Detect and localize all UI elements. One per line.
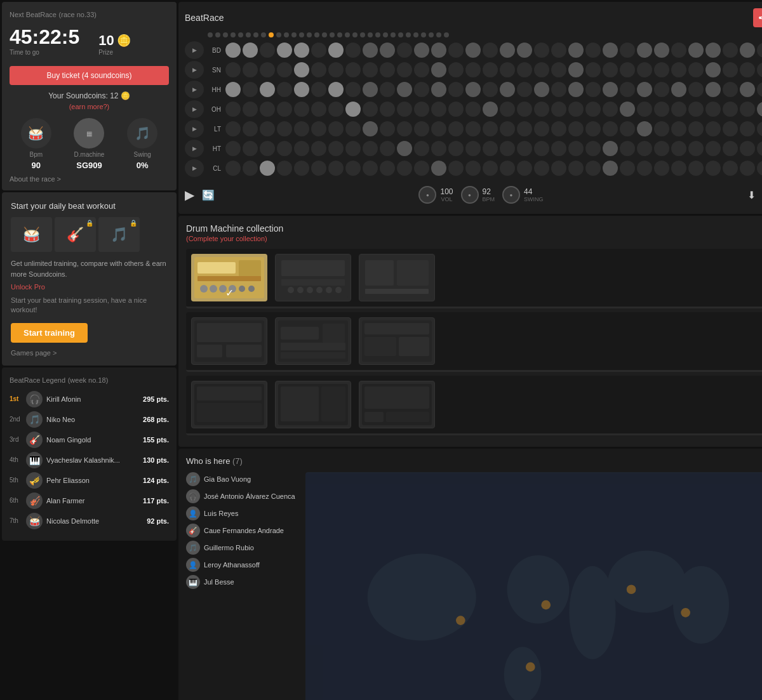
beat-step-button[interactable] bbox=[585, 62, 601, 77]
drum-machine-locked-3[interactable] bbox=[191, 317, 267, 365]
beat-step-button[interactable] bbox=[688, 102, 704, 117]
beat-step-button[interactable] bbox=[705, 82, 721, 97]
beat-step-button[interactable] bbox=[380, 82, 395, 97]
beat-step-button[interactable] bbox=[757, 43, 762, 58]
drum-machine-locked-1[interactable] bbox=[275, 254, 351, 301]
beat-step-button[interactable] bbox=[294, 121, 309, 136]
beat-step-button[interactable] bbox=[345, 121, 361, 136]
beat-step-button[interactable] bbox=[723, 141, 738, 156]
beat-step-button[interactable] bbox=[465, 82, 481, 97]
beat-step-button[interactable] bbox=[483, 121, 498, 136]
step-dot[interactable] bbox=[276, 32, 281, 37]
beat-step-button[interactable] bbox=[500, 102, 515, 117]
beat-step-button[interactable] bbox=[517, 141, 532, 156]
step-dot[interactable] bbox=[360, 32, 365, 37]
beat-step-button[interactable] bbox=[311, 161, 326, 176]
beat-step-button[interactable] bbox=[363, 82, 378, 97]
drum-machine-locked-5[interactable] bbox=[359, 317, 435, 365]
beat-step-button[interactable] bbox=[465, 43, 481, 58]
beat-step-button[interactable] bbox=[431, 121, 446, 136]
beat-step-button[interactable] bbox=[517, 62, 532, 77]
beat-step-button[interactable] bbox=[568, 62, 584, 77]
beat-step-button[interactable] bbox=[225, 121, 241, 136]
beat-step-button[interactable] bbox=[740, 141, 755, 156]
start-training-button[interactable]: Start training bbox=[11, 323, 88, 343]
beat-step-button[interactable] bbox=[483, 62, 498, 77]
beat-step-button[interactable] bbox=[294, 102, 309, 117]
beat-step-button[interactable] bbox=[483, 161, 498, 176]
beat-step-button[interactable] bbox=[243, 141, 258, 156]
step-dot[interactable] bbox=[330, 32, 335, 37]
step-dot[interactable] bbox=[291, 32, 297, 37]
beat-step-button[interactable] bbox=[723, 62, 738, 77]
beat-step-button[interactable] bbox=[225, 161, 241, 176]
beat-channel-button[interactable]: ▶ bbox=[185, 159, 204, 177]
beat-step-button[interactable] bbox=[380, 62, 395, 77]
beat-step-button[interactable] bbox=[603, 102, 618, 117]
download-button[interactable]: ⬇ bbox=[747, 189, 756, 201]
beat-step-button[interactable] bbox=[620, 82, 635, 97]
beat-step-button[interactable] bbox=[380, 141, 395, 156]
beat-step-button[interactable] bbox=[637, 62, 652, 77]
beat-step-button[interactable] bbox=[311, 102, 326, 117]
beat-step-button[interactable] bbox=[671, 161, 686, 176]
step-dot[interactable] bbox=[444, 32, 449, 37]
beat-step-button[interactable] bbox=[311, 82, 326, 97]
beat-step-button[interactable] bbox=[568, 121, 584, 136]
beat-step-button[interactable] bbox=[448, 121, 464, 136]
bpm-knob[interactable]: ● bbox=[461, 186, 479, 204]
beat-step-button[interactable] bbox=[294, 43, 309, 58]
beat-step-button[interactable] bbox=[671, 141, 686, 156]
vol-knob[interactable]: ● bbox=[418, 186, 436, 204]
beat-step-button[interactable] bbox=[705, 43, 721, 58]
beat-step-button[interactable] bbox=[585, 121, 601, 136]
beat-step-button[interactable] bbox=[345, 43, 361, 58]
beat-step-button[interactable] bbox=[603, 43, 618, 58]
beat-step-button[interactable] bbox=[551, 62, 566, 77]
beat-step-button[interactable] bbox=[603, 141, 618, 156]
beat-step-button[interactable] bbox=[414, 161, 429, 176]
beat-step-button[interactable] bbox=[603, 82, 618, 97]
beat-step-button[interactable] bbox=[671, 102, 686, 117]
beat-step-button[interactable] bbox=[431, 43, 446, 58]
beat-step-button[interactable] bbox=[500, 161, 515, 176]
beat-step-button[interactable] bbox=[654, 141, 669, 156]
beat-step-button[interactable] bbox=[654, 121, 669, 136]
beat-step-button[interactable] bbox=[534, 82, 549, 97]
beat-step-button[interactable] bbox=[517, 161, 532, 176]
step-dot[interactable] bbox=[345, 32, 350, 37]
beat-step-button[interactable] bbox=[757, 102, 762, 117]
beat-step-button[interactable] bbox=[414, 43, 429, 58]
drum-machine-locked-8[interactable] bbox=[359, 381, 435, 428]
step-dot[interactable] bbox=[307, 32, 312, 37]
beat-step-button[interactable] bbox=[465, 121, 481, 136]
beat-step-button[interactable] bbox=[654, 82, 669, 97]
beat-step-button[interactable] bbox=[414, 82, 429, 97]
step-dot[interactable] bbox=[398, 32, 403, 37]
beat-step-button[interactable] bbox=[534, 43, 549, 58]
beat-step-button[interactable] bbox=[397, 121, 412, 136]
step-dot[interactable] bbox=[383, 32, 388, 37]
step-dot[interactable] bbox=[368, 32, 373, 37]
beat-step-button[interactable] bbox=[757, 62, 762, 77]
beat-step-button[interactable] bbox=[465, 62, 481, 77]
beat-step-button[interactable] bbox=[431, 82, 446, 97]
beat-step-button[interactable] bbox=[517, 82, 532, 97]
beat-step-button[interactable] bbox=[740, 161, 755, 176]
share-button[interactable] bbox=[753, 8, 762, 27]
beat-step-button[interactable] bbox=[620, 43, 635, 58]
beat-step-button[interactable] bbox=[363, 121, 378, 136]
beat-step-button[interactable] bbox=[328, 161, 344, 176]
beat-step-button[interactable] bbox=[671, 121, 686, 136]
beat-step-button[interactable] bbox=[740, 121, 755, 136]
beat-step-button[interactable] bbox=[740, 43, 755, 58]
about-race-link[interactable]: About the race > bbox=[10, 175, 169, 183]
beat-step-button[interactable] bbox=[671, 62, 686, 77]
beat-step-button[interactable] bbox=[397, 43, 412, 58]
beat-step-button[interactable] bbox=[311, 43, 326, 58]
beat-step-button[interactable] bbox=[225, 62, 241, 77]
beat-step-button[interactable] bbox=[620, 102, 635, 117]
drum-machine-locked-2[interactable] bbox=[359, 254, 435, 301]
beat-step-button[interactable] bbox=[431, 141, 446, 156]
beat-step-button[interactable] bbox=[328, 43, 344, 58]
